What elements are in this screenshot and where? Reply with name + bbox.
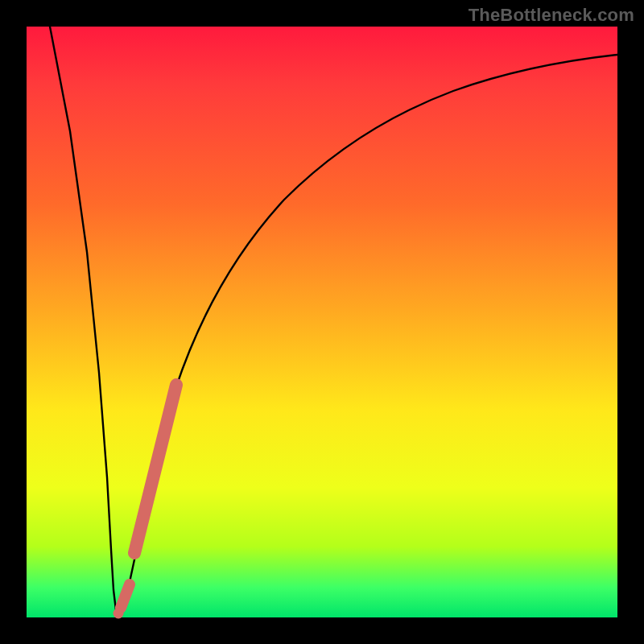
- highlight-segment-lower: [121, 584, 130, 608]
- highlight-dot: [114, 609, 124, 619]
- chart-svg: [27, 27, 617, 617]
- watermark-text: TheBottleneck.com: [469, 5, 634, 26]
- plot-area: [27, 27, 617, 617]
- highlight-segment-upper: [134, 385, 176, 553]
- chart-frame: TheBottleneck.com: [0, 0, 644, 644]
